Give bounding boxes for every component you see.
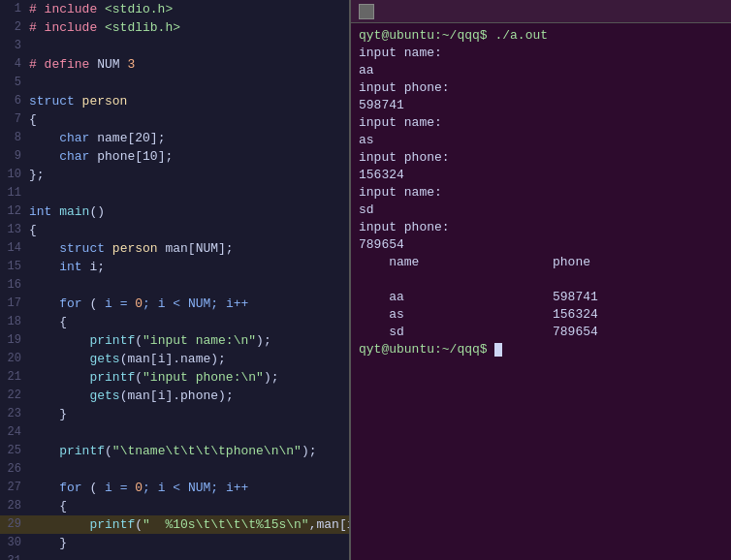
line-number: 24 (0, 423, 29, 442)
line-code: printf(" %10s\t\t\t\t%15s\n",man[i].name… (29, 515, 349, 534)
line-code: char name[20]; (29, 129, 349, 147)
token: 3 (127, 57, 135, 72)
token: }; (29, 168, 45, 182)
token: man[i].name (317, 517, 350, 532)
line-number: 21 (0, 368, 29, 387)
table-phone-cell: 156324 (553, 306, 598, 324)
token: int (29, 204, 59, 219)
code-line-15: 15 int i; (0, 258, 349, 276)
line-code: printf("\tname\t\t\t\tphone\n\n"); (29, 442, 349, 460)
token: # include (29, 20, 105, 35)
token (29, 352, 89, 366)
line-code: gets(man[i].phone); (29, 387, 349, 405)
line-number: 26 (0, 460, 29, 479)
code-line-31: 31 (0, 552, 349, 560)
terminal-panel: qyt@ubuntu:~/qqq$ ./a.outinput name:aain… (349, 0, 731, 560)
table-phone-cell: 598741 (553, 289, 598, 306)
line-code: { (29, 313, 349, 331)
line-code: struct person (29, 92, 349, 110)
table-row: sd789654 (359, 324, 723, 341)
token: person (82, 94, 128, 109)
code-line-28: 28 { (0, 497, 349, 515)
line-number: 13 (0, 221, 29, 239)
token: <stdlib.h> (105, 20, 180, 35)
line-number: 8 (0, 129, 29, 147)
line-number: 23 (0, 405, 29, 423)
col-name-header: name (359, 254, 553, 271)
line-number: 15 (0, 258, 29, 276)
line-code: # include <stdio.h> (29, 0, 349, 18)
table-phone-cell: 789654 (553, 324, 598, 341)
code-line-22: 22 gets(man[i].phone); (0, 387, 349, 405)
line-number: 7 (0, 110, 29, 129)
line-code: { (29, 110, 349, 129)
code-line-26: 26 (0, 460, 349, 479)
code-line-8: 8 char name[20]; (0, 129, 349, 147)
token: gets (89, 389, 119, 403)
code-line-12: 12int main() (0, 202, 349, 221)
token: main (59, 204, 89, 219)
line-code: int i; (29, 258, 349, 276)
token (29, 131, 59, 145)
token: man[i].name (127, 352, 210, 366)
terminal-line: qyt@ubuntu:~/qqq$ ./a.out (359, 27, 723, 45)
code-line-9: 9 char phone[10]; (0, 147, 349, 166)
token: printf (89, 370, 135, 385)
token (29, 444, 59, 458)
token: man[NUM]; (165, 241, 233, 256)
token: ); (218, 389, 234, 403)
line-code: } (29, 534, 349, 552)
line-code: int main() (29, 202, 349, 221)
table-name-cell: as (359, 306, 553, 324)
line-code (29, 184, 349, 202)
line-number: 27 (0, 479, 29, 497)
line-number: 1 (0, 0, 29, 18)
line-code: gets(man[i].name); (29, 350, 349, 368)
line-number: 3 (0, 37, 29, 55)
token (29, 407, 59, 421)
token: { (59, 499, 67, 513)
code-line-24: 24 (0, 423, 349, 442)
terminal-line: input phone: (359, 219, 723, 236)
token: "\tname\t\t\t\tphone\n\n" (112, 444, 302, 458)
line-number: 11 (0, 184, 29, 202)
code-line-7: 7{ (0, 110, 349, 129)
token: man[i].phone (127, 389, 218, 403)
terminal-line: sd (359, 202, 723, 219)
line-number: 30 (0, 534, 29, 552)
token (29, 499, 59, 513)
prompt-text: qyt@ubuntu:~/qqq$ ./a.out (359, 28, 548, 43)
line-number: 18 (0, 313, 29, 331)
code-line-29: 29 printf(" %10s\t\t\t\t%15s\n",man[i].n… (0, 515, 349, 534)
token: person (112, 241, 166, 256)
token: i; (89, 260, 105, 274)
code-line-30: 30 } (0, 534, 349, 552)
line-code: for ( i = 0; i < NUM; i++ (29, 479, 349, 497)
code-line-18: 18 { (0, 313, 349, 331)
token: ( (89, 481, 105, 495)
line-number: 25 (0, 442, 29, 460)
line-number: 14 (0, 239, 29, 258)
terminal-line: input name: (359, 45, 723, 62)
line-code (29, 276, 349, 295)
token: struct (59, 241, 112, 256)
terminal-line: input name: (359, 114, 723, 132)
line-number: 2 (0, 18, 29, 37)
code-line-17: 17 for ( i = 0; i < NUM; i++ (0, 295, 349, 313)
token: # include (29, 2, 105, 16)
terminal-line: as (359, 132, 723, 149)
token: ); (302, 444, 317, 458)
code-lines: 1# include <stdio.h>2# include <stdlib.h… (0, 0, 349, 560)
token (29, 333, 89, 348)
line-number: 16 (0, 276, 29, 295)
token (29, 260, 59, 274)
code-line-5: 5 (0, 74, 349, 92)
code-line-25: 25 printf("\tname\t\t\t\tphone\n\n"); (0, 442, 349, 460)
line-number: 31 (0, 552, 29, 560)
line-code: { (29, 497, 349, 515)
line-code: printf("input phone:\n"); (29, 368, 349, 387)
line-number: 22 (0, 387, 29, 405)
code-editor: 1# include <stdio.h>2# include <stdlib.h… (0, 0, 349, 560)
terminal-line: input phone: (359, 149, 723, 167)
line-number: 12 (0, 202, 29, 221)
